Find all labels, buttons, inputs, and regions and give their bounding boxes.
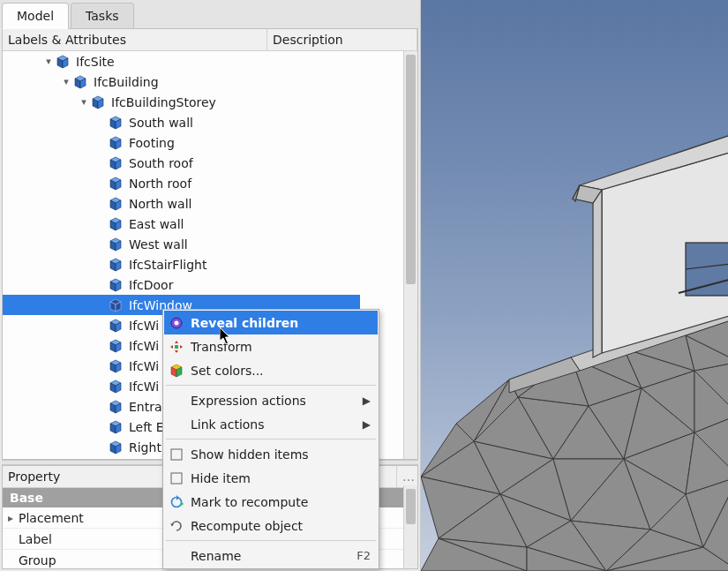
tab-model-label: Model xyxy=(17,9,54,23)
tree-item[interactable]: South wall xyxy=(3,112,417,132)
tree-item[interactable]: Footing xyxy=(3,132,417,153)
cube-icon xyxy=(109,359,123,373)
tree-item[interactable]: North roof xyxy=(3,173,417,193)
cube-icon xyxy=(109,420,123,434)
tree-item-label: IfcWi xyxy=(127,379,161,394)
tab-tasks-label: Tasks xyxy=(86,9,119,23)
expander-icon[interactable]: ▸ xyxy=(3,512,19,524)
menu-item-mark-to-recompute[interactable]: Mark to recompute xyxy=(164,490,378,514)
tree-header-labels[interactable]: Labels & Attributes xyxy=(3,29,267,50)
property-label: Label xyxy=(19,532,160,546)
submenu-arrow-icon: ▶ xyxy=(360,418,371,431)
menu-item-label: Rename xyxy=(191,549,356,563)
expander-icon[interactable]: ▾ xyxy=(79,97,89,108)
tree-item-label: IfcWi xyxy=(127,318,161,334)
menu-item-recompute-object[interactable]: Recompute object xyxy=(164,514,378,537)
expander-icon[interactable]: ▾ xyxy=(43,56,54,67)
menu-item-expression-actions[interactable]: Expression actions ▶ xyxy=(164,388,378,412)
cube-icon xyxy=(109,298,123,312)
cube-icon xyxy=(109,177,123,191)
tree-scrollbar[interactable] xyxy=(403,51,417,459)
panel-tabs: Model Tasks xyxy=(0,0,420,28)
menu-item-rename[interactable]: Rename F2 xyxy=(164,544,378,567)
cube-icon xyxy=(109,440,123,455)
tree-item-label: IfcBuilding xyxy=(92,74,161,90)
checkbox-unchecked-icon xyxy=(168,470,185,486)
menu-item-transform[interactable]: Transform xyxy=(164,334,378,358)
menu-item-hide-item[interactable]: Hide item xyxy=(164,466,378,490)
menu-item-label: Show hidden items xyxy=(191,447,371,462)
tree-item[interactable]: IfcDoor xyxy=(3,274,417,295)
menu-item-reveal-children[interactable]: Reveal children xyxy=(164,311,378,334)
tree-item-label: East wall xyxy=(127,216,185,232)
context-menu: Reveal children Transform Set colors... … xyxy=(162,309,379,569)
tree-item-label: West wall xyxy=(127,237,190,252)
cube-icon xyxy=(109,400,123,414)
tree-item[interactable]: East wall xyxy=(3,214,417,234)
tree-item-label: Left E xyxy=(127,419,166,435)
cube-icon xyxy=(109,319,123,333)
cube-icon xyxy=(73,75,87,89)
menu-separator xyxy=(166,540,376,541)
expander-icon[interactable]: ▾ xyxy=(61,77,71,87)
reveal-icon xyxy=(168,315,185,331)
property-header-more[interactable]: … xyxy=(396,466,417,487)
menu-item-show-hidden-items[interactable]: Show hidden items xyxy=(164,442,378,466)
recompute-icon xyxy=(168,494,185,510)
property-label: Group xyxy=(19,553,160,567)
tree-item-ifcbuildingstorey[interactable]: ▾ IfcBuildingStorey xyxy=(3,92,417,112)
property-scrollbar[interactable] xyxy=(403,485,417,568)
tab-model[interactable]: Model xyxy=(2,3,69,29)
tree-item-label: IfcSite xyxy=(74,54,116,70)
colors-icon xyxy=(168,363,185,379)
tree-item-label: Entra xyxy=(127,399,164,415)
tree-item-ifcbuilding[interactable]: ▾ IfcBuilding xyxy=(3,71,417,92)
cube-icon xyxy=(56,55,70,69)
menu-item-label: Link actions xyxy=(191,417,360,432)
tree-header: Labels & Attributes Description xyxy=(3,29,417,51)
tree-item-label: IfcDoor xyxy=(127,277,175,293)
checkbox-unchecked-icon xyxy=(168,447,185,462)
tree-item-label: North roof xyxy=(127,176,193,192)
tree-item[interactable]: North wall xyxy=(3,193,417,214)
tree-item-label: Right xyxy=(127,440,163,455)
tree-item-ifcsite[interactable]: ▾ IfcSite xyxy=(3,51,417,71)
tree-header-description[interactable]: Description xyxy=(267,29,417,50)
menu-item-label: Hide item xyxy=(191,471,371,485)
cube-icon xyxy=(109,197,123,211)
tree-item-label: North wall xyxy=(127,196,193,212)
tree-item-label: Footing xyxy=(127,135,176,151)
menu-item-label: Mark to recompute xyxy=(191,495,371,509)
recompute-object-icon xyxy=(168,518,185,534)
tree-item-label: IfcWi xyxy=(127,338,161,354)
svg-rect-62 xyxy=(175,345,178,349)
transform-icon xyxy=(168,339,185,355)
tree-item-label: South roof xyxy=(127,155,195,171)
3d-viewport[interactable] xyxy=(421,0,728,571)
menu-separator xyxy=(166,439,376,440)
menu-item-label: Reveal children xyxy=(191,316,371,330)
submenu-arrow-icon: ▶ xyxy=(360,394,371,407)
scrollbar-thumb[interactable] xyxy=(406,489,416,524)
menu-item-label: Recompute object xyxy=(191,519,371,533)
left-panel: Model Tasks Labels & Attributes Descript… xyxy=(0,0,421,571)
cube-icon xyxy=(109,379,123,394)
svg-rect-67 xyxy=(171,473,182,484)
3d-scene xyxy=(421,0,728,571)
menu-item-label: Set colors... xyxy=(191,364,371,378)
cube-icon xyxy=(109,136,123,150)
tree-item-label: South wall xyxy=(127,115,195,131)
cube-icon xyxy=(109,258,123,272)
svg-rect-66 xyxy=(171,449,182,460)
tree-item[interactable]: IfcStairFlight xyxy=(3,254,417,274)
tree-item-label: IfcWi xyxy=(127,358,161,374)
tree-item[interactable]: West wall xyxy=(3,234,417,254)
menu-item-set-colors[interactable]: Set colors... xyxy=(164,358,378,382)
tree-item[interactable]: South roof xyxy=(3,153,417,173)
svg-marker-113 xyxy=(593,190,602,357)
cube-icon xyxy=(109,237,123,252)
menu-item-link-actions[interactable]: Link actions ▶ xyxy=(164,412,378,436)
scrollbar-thumb[interactable] xyxy=(406,55,416,284)
menu-separator xyxy=(166,385,376,386)
tab-tasks[interactable]: Tasks xyxy=(71,3,134,28)
